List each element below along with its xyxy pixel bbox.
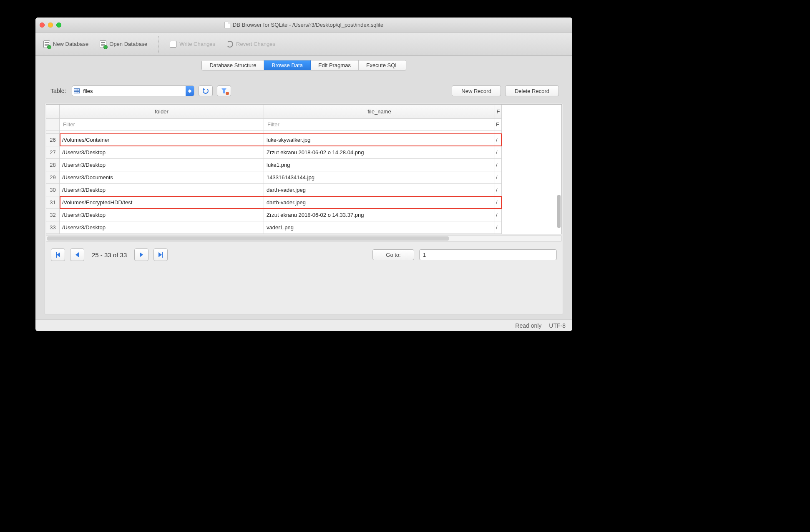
status-bar: Read only UTF-8 — [35, 319, 572, 331]
main-tabs: Database Structure Browse Data Edit Prag… — [201, 60, 406, 70]
row-number: 26 — [46, 134, 60, 146]
page-range-text: 25 - 33 of 33 — [89, 251, 129, 258]
table-row[interactable]: 27/Users/r3/DesktopZrzut ekranu 2018-06-… — [46, 146, 561, 159]
revert-changes-button[interactable]: Revert Changes — [224, 40, 277, 49]
cell-file-name[interactable]: 1433161434144.jpg — [264, 171, 495, 184]
window-controls — [40, 23, 61, 28]
window-minimize-button[interactable] — [48, 23, 53, 28]
clear-icon — [226, 92, 229, 95]
window-zoom-button[interactable] — [56, 23, 61, 28]
last-page-button[interactable] — [153, 248, 168, 261]
table-row[interactable]: 32/Users/r3/DesktopZrzut ekranu 2018-06-… — [46, 209, 561, 221]
status-readonly: Read only — [515, 322, 541, 329]
updown-icon — [186, 86, 194, 96]
goto-input[interactable]: 1 — [419, 249, 557, 260]
horizontal-scrollbar[interactable] — [46, 235, 562, 242]
database-icon — [100, 40, 106, 48]
toolbar-separator — [158, 36, 158, 53]
table-row[interactable]: 26/Volumes/Containerluke-skywalker.jpg/ — [46, 134, 561, 146]
cell-stub: / — [495, 134, 502, 146]
database-icon — [43, 40, 50, 48]
revert-icon — [226, 41, 233, 48]
write-changes-button[interactable]: Write Changes — [168, 40, 217, 49]
cell-stub: / — [495, 171, 502, 184]
cell-stub: / — [495, 146, 502, 159]
cell-folder[interactable]: /Users/r3/Desktop — [60, 221, 264, 234]
cell-file-name[interactable]: darth-vader.jpeg — [264, 196, 495, 209]
cell-file-name[interactable]: luke1.png — [264, 159, 495, 171]
row-number-header — [46, 105, 60, 119]
table-row[interactable]: 28/Users/r3/Desktopluke1.png/ — [46, 159, 561, 171]
row-number: 27 — [46, 146, 60, 159]
app-window: DB Browser for SQLite - /Users/r3/Deskto… — [35, 18, 572, 331]
new-database-button[interactable]: New Database — [41, 40, 90, 49]
grid-header: folder file_name F — [46, 105, 561, 119]
table-row[interactable]: 31/Volumes/EncryptedHDD/testdarth-vader.… — [46, 196, 561, 209]
cell-file-name[interactable]: vader1.png — [264, 221, 495, 234]
tab-edit-pragmas[interactable]: Edit Pragmas — [311, 60, 359, 70]
cell-file-name[interactable]: darth-vader.jpeg — [264, 184, 495, 196]
table-label: Table: — [50, 88, 66, 94]
cell-folder[interactable]: /Users/r3/Desktop — [60, 184, 264, 196]
status-encoding: UTF-8 — [549, 322, 566, 329]
cell-file-name[interactable]: Zrzut ekranu 2018-06-02 o 14.33.37.png — [264, 209, 495, 221]
main-tabs-row: Database Structure Browse Data Edit Prag… — [35, 56, 572, 70]
data-grid[interactable]: folder file_name F F 26/Volumes/Containe… — [46, 104, 562, 234]
grid-row-partial — [46, 130, 561, 134]
goto-button[interactable]: Go to: — [372, 249, 414, 260]
filter-file-name-input[interactable] — [267, 121, 492, 128]
main-toolbar: New Database Open Database Write Changes… — [35, 33, 572, 56]
grid-filter-row: F — [46, 119, 561, 130]
cell-folder[interactable]: /Users/r3/Desktop — [60, 159, 264, 171]
table-row[interactable]: 33/Users/r3/Desktopvader1.png/ — [46, 221, 561, 234]
prev-page-button[interactable] — [70, 248, 84, 261]
save-icon — [170, 41, 176, 48]
cell-file-name[interactable]: Zrzut ekranu 2018-06-02 o 14.28.04.png — [264, 146, 495, 159]
open-database-button[interactable]: Open Database — [98, 40, 149, 49]
cell-folder[interactable]: /Users/r3/Documents — [60, 171, 264, 184]
cell-stub: / — [495, 196, 502, 209]
cell-folder[interactable]: /Volumes/EncryptedHDD/test — [60, 196, 264, 209]
next-page-button[interactable] — [134, 248, 148, 261]
row-number: 29 — [46, 171, 60, 184]
cell-stub: / — [495, 209, 502, 221]
column-header-stub[interactable]: F — [495, 105, 502, 119]
table-select[interactable]: files — [72, 85, 194, 96]
table-row[interactable]: 30/Users/r3/Desktopdarth-vader.jpeg/ — [46, 184, 561, 196]
window-close-button[interactable] — [40, 23, 45, 28]
browse-controls: Table: files New Record Delete Record — [50, 85, 559, 96]
data-grid-panel: folder file_name F F 26/Volumes/Containe… — [45, 103, 563, 314]
tab-database-structure[interactable]: Database Structure — [202, 60, 264, 70]
tab-execute-sql[interactable]: Execute SQL — [359, 60, 406, 70]
cell-folder[interactable]: /Users/r3/Desktop — [60, 146, 264, 159]
first-page-button[interactable] — [51, 248, 65, 261]
delete-record-button[interactable]: Delete Record — [505, 85, 559, 96]
cell-folder[interactable]: /Users/r3/Desktop — [60, 209, 264, 221]
column-header-folder[interactable]: folder — [60, 105, 264, 119]
cell-stub: / — [495, 221, 502, 234]
row-number: 31 — [46, 196, 60, 209]
tab-browse-data[interactable]: Browse Data — [264, 60, 310, 70]
refresh-button[interactable] — [199, 85, 213, 96]
filter-stub: F — [495, 119, 502, 130]
vertical-scrollbar[interactable] — [555, 142, 561, 229]
document-icon — [224, 22, 230, 28]
column-header-file-name[interactable]: file_name — [264, 105, 495, 119]
titlebar: DB Browser for SQLite - /Users/r3/Deskto… — [35, 18, 572, 33]
table-row[interactable]: 29/Users/r3/Documents1433161434144.jpg/ — [46, 171, 561, 184]
cell-stub: / — [495, 159, 502, 171]
row-number: 28 — [46, 159, 60, 171]
browse-data-pane: Table: files New Record Delete Record — [35, 70, 572, 319]
row-number: 33 — [46, 221, 60, 234]
window-title: DB Browser for SQLite - /Users/r3/Deskto… — [233, 22, 383, 28]
cell-stub: / — [495, 184, 502, 196]
pager: 25 - 33 of 33 Go to: 1 — [45, 243, 563, 263]
table-icon — [74, 88, 80, 93]
new-record-button[interactable]: New Record — [452, 85, 501, 96]
cell-folder[interactable]: /Volumes/Container — [60, 134, 264, 146]
cell-file-name[interactable]: luke-skywalker.jpg — [264, 134, 495, 146]
clear-filters-button[interactable] — [217, 85, 231, 96]
row-number: 32 — [46, 209, 60, 221]
refresh-icon — [203, 88, 209, 94]
filter-folder-input[interactable] — [62, 121, 261, 128]
